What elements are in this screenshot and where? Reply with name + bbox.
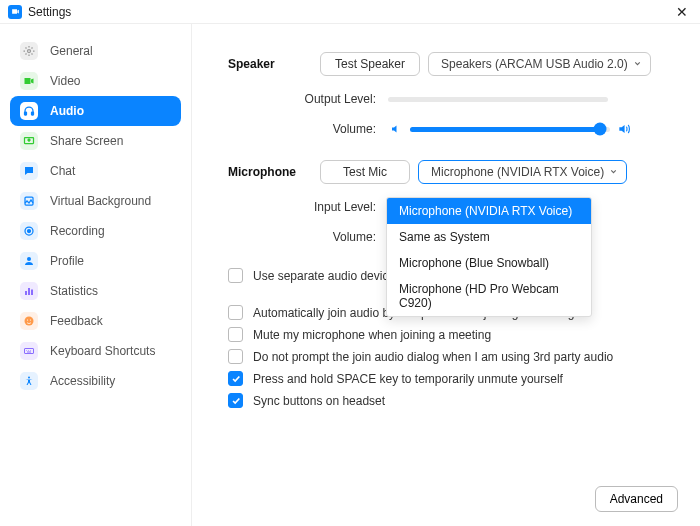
speaker-device-dropdown[interactable]: Speakers (ARCAM USB Audio 2.0)	[428, 52, 651, 76]
speaker-volume-label: Volume:	[228, 122, 388, 136]
checkbox-label: Sync buttons on headset	[253, 394, 385, 408]
dropdown-option[interactable]: Microphone (HD Pro Webcam C920)	[387, 276, 591, 316]
keyboard-icon	[20, 342, 38, 360]
checkbox-no-join-audio-prompt[interactable]	[228, 349, 243, 364]
sidebar-item-label: Statistics	[50, 284, 98, 298]
sidebar-item-profile[interactable]: Profile	[10, 246, 181, 276]
microphone-device-value: Microphone (NVIDIA RTX Voice)	[431, 165, 604, 179]
checkbox-ringtone-device[interactable]	[228, 268, 243, 283]
speaker-section: Speaker Test Speaker Speakers (ARCAM USB…	[228, 52, 664, 136]
sidebar-item-label: Profile	[50, 254, 84, 268]
sidebar-item-virtual-background[interactable]: Virtual Background	[10, 186, 181, 216]
svg-point-0	[28, 50, 31, 53]
svg-point-12	[27, 319, 28, 320]
sidebar-item-label: Recording	[50, 224, 105, 238]
speaker-heading: Speaker	[228, 57, 320, 71]
dropdown-option[interactable]: Microphone (NVIDIA RTX Voice)	[387, 198, 591, 224]
sidebar-item-accessibility[interactable]: Accessibility	[10, 366, 181, 396]
background-icon	[20, 192, 38, 210]
headphones-icon	[20, 102, 38, 120]
volume-low-icon	[388, 123, 404, 135]
checkbox-label: Press and hold SPACE key to temporarily …	[253, 372, 563, 386]
titlebar: Settings ✕	[0, 0, 700, 24]
sidebar-item-share-screen[interactable]: Share Screen	[10, 126, 181, 156]
sidebar: General Video Audio Share Screen Chat	[0, 24, 192, 526]
svg-rect-9	[28, 288, 30, 295]
sidebar-item-label: General	[50, 44, 93, 58]
svg-point-15	[28, 377, 30, 379]
svg-rect-1	[25, 112, 27, 115]
dropdown-option[interactable]: Microphone (Blue Snowball)	[387, 250, 591, 276]
sidebar-item-general[interactable]: General	[10, 36, 181, 66]
checkbox-mute-on-join[interactable]	[228, 327, 243, 342]
advanced-button[interactable]: Advanced	[595, 486, 678, 512]
sidebar-item-recording[interactable]: Recording	[10, 216, 181, 246]
svg-point-7	[27, 257, 31, 261]
sidebar-item-video[interactable]: Video	[10, 66, 181, 96]
video-icon	[20, 72, 38, 90]
checkbox-space-unmute[interactable]	[228, 371, 243, 386]
sidebar-item-label: Accessibility	[50, 374, 115, 388]
input-level-label: Input Level:	[228, 200, 388, 214]
microphone-device-dropdown[interactable]: Microphone (NVIDIA RTX Voice)	[418, 160, 627, 184]
checkbox-label: Mute my microphone when joining a meetin…	[253, 328, 491, 342]
stats-icon	[20, 282, 38, 300]
accessibility-icon	[20, 372, 38, 390]
checkbox-label: Do not prompt the join audio dialog when…	[253, 350, 613, 364]
app-icon	[8, 5, 22, 19]
svg-point-13	[30, 319, 31, 320]
svg-point-6	[28, 230, 31, 233]
output-level-meter	[388, 97, 608, 102]
dropdown-option[interactable]: Same as System	[387, 224, 591, 250]
test-mic-button[interactable]: Test Mic	[320, 160, 410, 184]
sidebar-item-label: Share Screen	[50, 134, 123, 148]
sidebar-item-audio[interactable]: Audio	[10, 96, 181, 126]
svg-rect-2	[32, 112, 34, 115]
sidebar-item-label: Audio	[50, 104, 84, 118]
volume-high-icon	[616, 122, 632, 136]
sidebar-item-label: Keyboard Shortcuts	[50, 344, 155, 358]
speaker-device-value: Speakers (ARCAM USB Audio 2.0)	[441, 57, 628, 71]
checkbox-sync-headset[interactable]	[228, 393, 243, 408]
record-icon	[20, 222, 38, 240]
gear-icon	[20, 42, 38, 60]
chevron-down-icon	[609, 165, 618, 179]
sidebar-item-label: Virtual Background	[50, 194, 151, 208]
output-level-label: Output Level:	[228, 92, 388, 106]
share-icon	[20, 132, 38, 150]
svg-point-11	[25, 317, 34, 326]
chat-icon	[20, 162, 38, 180]
sidebar-item-keyboard-shortcuts[interactable]: Keyboard Shortcuts	[10, 336, 181, 366]
window-title: Settings	[28, 5, 71, 19]
checkbox-auto-join-audio[interactable]	[228, 305, 243, 320]
sidebar-item-chat[interactable]: Chat	[10, 156, 181, 186]
close-icon[interactable]: ✕	[672, 4, 692, 20]
sidebar-item-label: Video	[50, 74, 80, 88]
test-speaker-button[interactable]: Test Speaker	[320, 52, 420, 76]
chevron-down-icon	[633, 57, 642, 71]
microphone-dropdown-menu: Microphone (NVIDIA RTX Voice) Same as Sy…	[386, 197, 592, 317]
svg-rect-8	[25, 291, 27, 295]
feedback-icon	[20, 312, 38, 330]
sidebar-item-feedback[interactable]: Feedback	[10, 306, 181, 336]
microphone-heading: Microphone	[228, 165, 320, 179]
speaker-volume-slider[interactable]	[410, 127, 610, 132]
microphone-volume-label: Volume:	[228, 230, 388, 244]
sidebar-item-label: Chat	[50, 164, 75, 178]
main-content: Speaker Test Speaker Speakers (ARCAM USB…	[192, 24, 700, 526]
sidebar-item-statistics[interactable]: Statistics	[10, 276, 181, 306]
profile-icon	[20, 252, 38, 270]
svg-rect-10	[31, 290, 33, 296]
sidebar-item-label: Feedback	[50, 314, 103, 328]
